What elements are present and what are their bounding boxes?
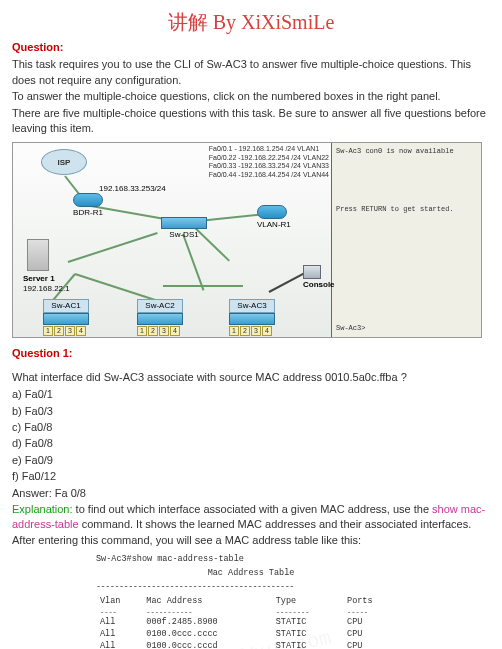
- expl-text-1: to find out which interface associated w…: [73, 503, 433, 515]
- fa-line-2: Fa0/0.22 -192.168.22.254 /24 VLAN22: [209, 154, 329, 162]
- vlan-r1-label: VLAN-R1: [257, 219, 291, 230]
- mac-header-dashes: ---- ----------- -------- -----: [96, 608, 406, 618]
- q1-explanation: Explanation: to find out which interface…: [12, 502, 490, 548]
- opt-a: a) Fa0/1: [12, 387, 490, 402]
- console-prompt: Sw-Ac3>: [336, 324, 477, 334]
- sw-ds1-switch: Sw-DS1: [161, 217, 207, 240]
- bdr-r1-router: BDR-R1: [73, 193, 103, 218]
- server-1: [27, 239, 49, 271]
- fa-line-3: Fa0/0.33 -192.168.33.254 /24 VLAN33: [209, 162, 329, 170]
- sw-ac2-ports: 1234: [137, 326, 183, 336]
- console-pc: Console: [303, 265, 335, 290]
- isp-label: ISP: [58, 157, 71, 168]
- sw-ac2-switch: Sw-AC2 1234: [137, 299, 183, 335]
- console-line-1: Sw-Ac3 con0 is now available: [336, 147, 477, 157]
- mac-dashes: ----------------------------------------…: [96, 582, 406, 594]
- col-ports: Ports: [343, 596, 406, 608]
- mac-address-table-output: 9tut.com Sw-Ac3#show mac-address-table M…: [96, 554, 406, 649]
- expl-text-2: command. It shows the learned MAC addres…: [12, 518, 471, 545]
- q1-options: a) Fa0/1 b) Fa0/3 c) Fa0/8 d) Fa0/8 e) F…: [12, 387, 490, 484]
- isp-cloud: ISP: [41, 149, 87, 175]
- intro-p2: To answer the multiple-choice questions,…: [12, 89, 490, 104]
- intro-p1: This task requires you to use the CLI of…: [12, 57, 490, 88]
- mac-tbody: All000f.2485.8900STATICCPUAll0100.0ccc.c…: [96, 617, 406, 649]
- col-mac: Mac Address: [142, 596, 271, 608]
- sw-ac3-switch: Sw-AC3 1234: [229, 299, 275, 335]
- vlan-r1-router: VLAN-R1: [257, 205, 291, 230]
- fa-line-4: Fa0/0.44 -192.168.44.254 /24 VLAN44: [209, 171, 329, 179]
- sw-ac3-ports: 1234: [229, 326, 275, 336]
- q1-stem: What interface did Sw-AC3 associate with…: [12, 370, 490, 385]
- mac-table: Vlan Mac Address Type Ports ---- -------…: [96, 596, 406, 649]
- opt-c: c) Fa0/8: [12, 420, 490, 435]
- bdr-r1-label: BDR-R1: [73, 207, 103, 218]
- mac-header-row: Vlan Mac Address Type Ports: [96, 596, 406, 608]
- sw-ac2-label: Sw-AC2: [137, 299, 183, 312]
- col-vlan: Vlan: [96, 596, 142, 608]
- opt-f: f) Fa0/12: [12, 469, 490, 484]
- topology-diagram: Fa0/0.1 - 192.168.1.254 /24 VLAN1 Fa0/0.…: [12, 142, 490, 338]
- sw-ac1-label: Sw-AC1: [43, 299, 89, 312]
- question-1-label: Question 1:: [12, 346, 490, 361]
- explanation-label: Explanation:: [12, 503, 73, 515]
- question-label: Question:: [12, 40, 490, 55]
- table-row: All000f.2485.8900STATICCPU: [96, 617, 406, 629]
- link-line: [182, 234, 204, 291]
- mac-banner: Mac Address Table: [96, 568, 406, 580]
- opt-b: b) Fa0/3: [12, 404, 490, 419]
- opt-d: d) Fa0/8: [12, 436, 490, 451]
- sw-ds1-label: Sw-DS1: [161, 229, 207, 240]
- fa-line-1: Fa0/0.1 - 192.168.1.254 /24 VLAN1: [209, 145, 329, 153]
- sw-ac3-label: Sw-AC3: [229, 299, 275, 312]
- table-row: All0100.0ccc.ccccSTATICCPU: [96, 629, 406, 641]
- intro-p3: There are five multiple-choice questions…: [12, 106, 490, 137]
- link-line: [68, 232, 158, 263]
- console-pc-label: Console: [303, 279, 335, 290]
- page-header-title: 讲解 By XiXiSmiLe: [12, 8, 490, 36]
- sw-ac1-switch: Sw-AC1 1234: [43, 299, 89, 335]
- topology-canvas: Fa0/0.1 - 192.168.1.254 /24 VLAN1 Fa0/0.…: [13, 143, 331, 337]
- console-line-2: Press RETURN to get started.: [336, 205, 477, 215]
- col-type: Type: [272, 596, 343, 608]
- interface-ip-list: Fa0/0.1 - 192.168.1.254 /24 VLAN1 Fa0/0.…: [209, 145, 329, 179]
- intro-block: This task requires you to use the CLI of…: [12, 57, 490, 136]
- table-row: All0100.0ccc.cccdSTATICCPU: [96, 641, 406, 649]
- opt-e: e) Fa0/9: [12, 453, 490, 468]
- q1-answer: Answer: Fa 0/8: [12, 486, 490, 501]
- bdr-ip-label: 192.168.33.253/24: [99, 183, 166, 194]
- cli-console-panel[interactable]: Sw-Ac3 con0 is now available Press RETUR…: [331, 143, 481, 337]
- mac-prompt-line: Sw-Ac3#show mac-address-table: [96, 554, 406, 566]
- server-ip-label: 192.168.22.1: [23, 283, 70, 294]
- sw-ac1-ports: 1234: [43, 326, 89, 336]
- question-1-block: What interface did Sw-AC3 associate with…: [12, 370, 490, 548]
